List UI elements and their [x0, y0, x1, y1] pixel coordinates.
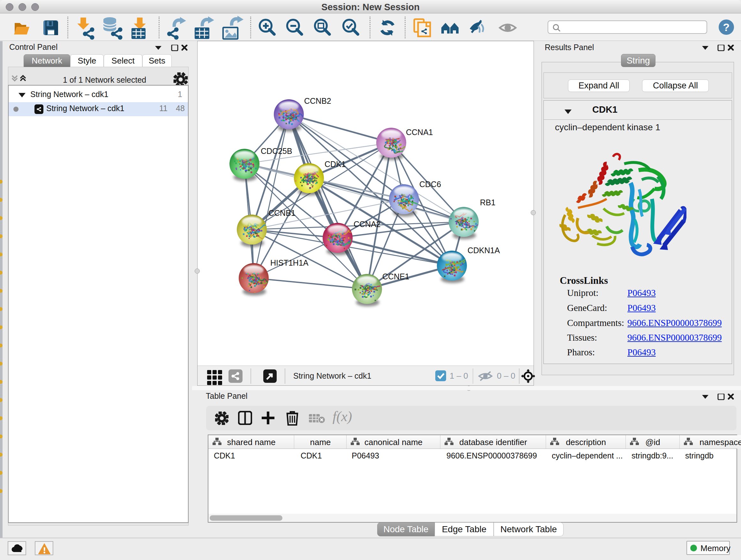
svg-text:RB1: RB1: [480, 198, 495, 207]
svg-text:HIST1H1A: HIST1H1A: [270, 258, 309, 267]
svg-text:CCNB2: CCNB2: [304, 97, 331, 105]
svg-text:CCNA1: CCNA1: [406, 128, 433, 137]
svg-text:CDKN1A: CDKN1A: [468, 246, 500, 255]
svg-text:CCNB1: CCNB1: [268, 208, 295, 217]
svg-text:CDK1: CDK1: [325, 160, 346, 169]
svg-text:CDC6: CDC6: [419, 180, 441, 189]
svg-text:CDC25B: CDC25B: [261, 146, 292, 155]
svg-text:CCNE1: CCNE1: [382, 272, 409, 281]
svg-text:CCNA2: CCNA2: [354, 220, 381, 229]
